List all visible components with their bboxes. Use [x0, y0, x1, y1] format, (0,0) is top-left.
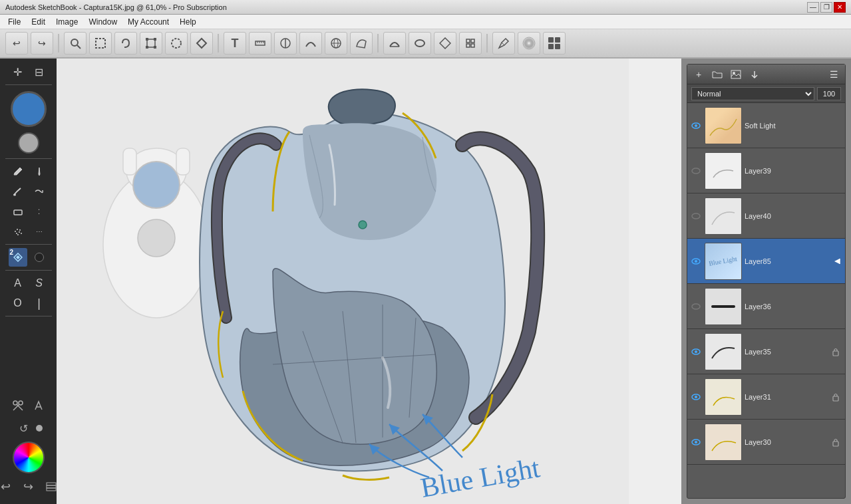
layer-visibility-35[interactable]: [690, 346, 702, 358]
close-button[interactable]: ✕: [834, 2, 846, 13]
canvas-area[interactable]: Blue Light: [57, 59, 681, 504]
text-bar-tool[interactable]: |: [30, 294, 49, 313]
rect-select-button[interactable]: [89, 32, 112, 55]
layer-visibility-31[interactable]: [690, 391, 702, 403]
layer-info-soft-light: Soft Light: [745, 122, 842, 130]
drawing-canvas[interactable]: Blue Light: [57, 59, 629, 504]
lasso-select-button[interactable]: [114, 32, 137, 55]
text-A-tool[interactable]: A: [9, 274, 27, 293]
lasso-icon: [120, 37, 132, 49]
rotate-ccw-button[interactable]: ↺: [15, 419, 33, 438]
transform-button[interactable]: [140, 32, 162, 55]
center-dot[interactable]: [36, 425, 43, 432]
layer-visibility-39[interactable]: [690, 165, 702, 177]
back-arrow-button[interactable]: ↩: [0, 477, 15, 496]
layer-item-35[interactable]: Layer35: [687, 329, 845, 374]
layer-item-39[interactable]: Layer39: [687, 148, 845, 193]
zoom-tool-button[interactable]: [64, 32, 86, 55]
eraser-tool[interactable]: [9, 202, 27, 221]
right-panel: + ☰ Normal Multiply Screen: [681, 59, 851, 504]
layer-item-soft-light[interactable]: Soft Light: [687, 103, 845, 148]
primary-color-swatch[interactable]: [11, 91, 47, 127]
nav-tools: [9, 396, 49, 415]
color-picker-button[interactable]: [518, 32, 540, 55]
add-layer-button[interactable]: +: [691, 67, 706, 82]
layer-item-36[interactable]: Layer36: [687, 284, 845, 329]
image-layer-button[interactable]: [729, 67, 743, 82]
menu-file[interactable]: File: [3, 16, 26, 28]
curve-button[interactable]: [299, 32, 322, 55]
forward-arrow-button[interactable]: ↪: [19, 477, 38, 496]
layers-header: + ☰: [687, 64, 845, 84]
color-wheel-widget[interactable]: [13, 441, 45, 473]
move-tool[interactable]: ✛: [9, 63, 27, 81]
layer-lock-31[interactable]: [829, 390, 842, 404]
folder-layer-button[interactable]: [710, 67, 725, 82]
stamp-button[interactable]: [459, 32, 482, 55]
ruler-button[interactable]: [249, 32, 271, 55]
distort-button[interactable]: [350, 32, 373, 55]
fine-pen-tool[interactable]: [30, 162, 49, 181]
svg-rect-5: [154, 38, 156, 41]
layer-actions-30: [829, 436, 842, 449]
menu-edit[interactable]: Edit: [26, 16, 51, 28]
menu-window[interactable]: Window: [83, 16, 122, 28]
text-tool-button[interactable]: T: [224, 32, 246, 55]
ellipse-button[interactable]: [409, 32, 431, 55]
pencil-tool[interactable]: [9, 162, 27, 181]
layer-item-85[interactable]: Blue Light Layer85: [687, 239, 845, 284]
menu-my-account[interactable]: My Account: [122, 16, 174, 28]
svg-rect-52: [123, 148, 136, 175]
layer-visibility-30[interactable]: [690, 436, 702, 448]
opacity-input[interactable]: [817, 87, 841, 100]
restore-button[interactable]: ❐: [820, 2, 832, 13]
fill-tool[interactable]: 2: [9, 248, 27, 267]
menu-image[interactable]: Image: [51, 16, 83, 28]
grid-button[interactable]: [543, 32, 566, 55]
layer-lock-35[interactable]: [829, 345, 842, 358]
scatter-tool[interactable]: ⁚: [30, 202, 49, 221]
scissors-tool[interactable]: [9, 396, 27, 415]
layer-lock-30[interactable]: [829, 436, 842, 449]
merge-icon: [750, 70, 759, 79]
crop-button[interactable]: [190, 32, 213, 55]
secondary-color-swatch[interactable]: [18, 132, 39, 154]
layers-menu-button[interactable]: ☰: [826, 67, 841, 82]
redo-button[interactable]: ↪: [31, 32, 53, 55]
svg-rect-76: [833, 351, 838, 356]
svg-point-75: [695, 350, 697, 353]
minimize-button[interactable]: —: [807, 2, 819, 13]
layer-visibility-36[interactable]: [690, 301, 702, 313]
merge-layer-button[interactable]: [747, 67, 762, 82]
fine-pen-icon: [34, 166, 45, 177]
layer-item-30[interactable]: Layer30: [687, 420, 845, 465]
pen-tool-button[interactable]: [492, 32, 515, 55]
layer-visibility-85[interactable]: [690, 255, 702, 267]
canvas-content: Blue Light: [57, 59, 681, 504]
undo-button[interactable]: ↩: [5, 32, 28, 55]
layer-visibility-soft-light[interactable]: [690, 120, 702, 132]
menu-help[interactable]: Help: [174, 16, 202, 28]
svg-rect-6: [146, 46, 148, 49]
shape-button[interactable]: [434, 32, 456, 55]
dots-tool[interactable]: ⋯: [30, 222, 49, 241]
tool-row-eraser: ⁚: [9, 202, 49, 221]
text-S-tool[interactable]: S: [30, 274, 49, 293]
circle-select-button[interactable]: [165, 32, 188, 55]
brush-tool[interactable]: [9, 182, 27, 201]
symmetry-button[interactable]: [274, 32, 297, 55]
circle-color[interactable]: [30, 248, 49, 267]
layer-item-31[interactable]: Layer31: [687, 374, 845, 420]
text-O-tool[interactable]: O: [9, 294, 27, 313]
brush-size-tool[interactable]: [30, 396, 49, 415]
layer-visibility-40[interactable]: [690, 210, 702, 222]
layout-tool[interactable]: ⊟: [30, 63, 49, 81]
tool-separator-5: [5, 316, 52, 316]
blend-mode-dropdown[interactable]: Normal Multiply Screen Overlay Soft Ligh…: [691, 87, 814, 100]
layer-item-40[interactable]: Layer40: [687, 193, 845, 239]
3d-button[interactable]: [325, 32, 347, 55]
arc-button[interactable]: [383, 32, 406, 55]
tool-separator-1: [5, 84, 52, 85]
spray-tool[interactable]: [9, 222, 27, 241]
smear-tool[interactable]: [30, 182, 49, 201]
